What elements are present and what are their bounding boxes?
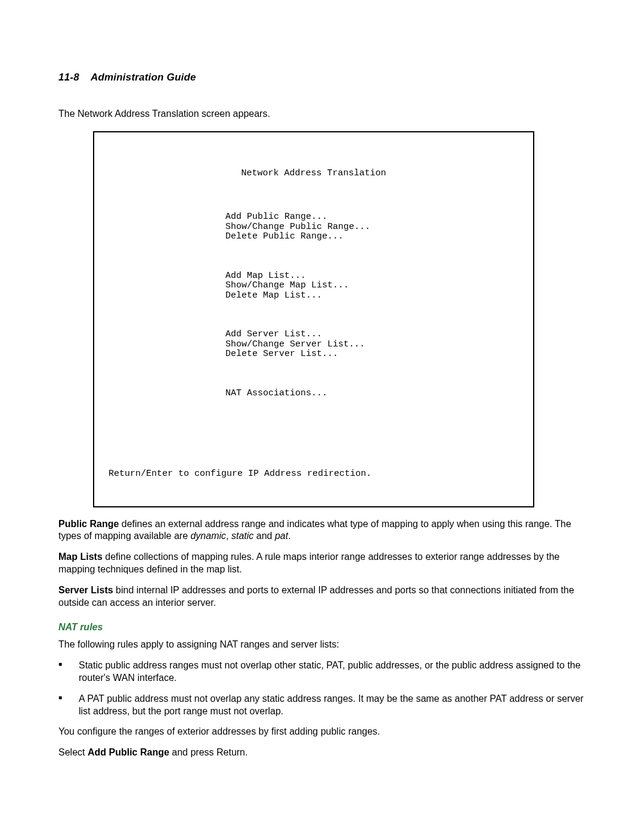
- menu-group-nat-assoc: NAT Associations...: [225, 389, 521, 399]
- doc-title: Administration Guide: [91, 72, 196, 83]
- menu-group-server-list: Add Server List... Show/Change Server Li…: [225, 330, 521, 360]
- page-number: 11-8: [58, 72, 79, 83]
- screen-title: Network Address Translation: [106, 169, 521, 179]
- pr-end: .: [288, 531, 290, 541]
- select-post: and press Return.: [169, 747, 248, 757]
- text-pr-1: defines an external address range and in…: [58, 519, 571, 541]
- intro-text: The Network Address Translation screen a…: [58, 107, 587, 120]
- nat-rules-heading: NAT rules: [58, 622, 587, 633]
- sep1: ,: [226, 531, 231, 541]
- italic-static: static: [231, 531, 253, 541]
- lead-server-lists: Server Lists: [58, 585, 113, 595]
- config-line: You configure the ranges of exterior add…: [58, 726, 587, 738]
- text-server-lists: bind internal IP addresses and ports to …: [58, 585, 574, 608]
- italic-pat: pat: [275, 531, 288, 541]
- text-map-lists: define collections of mapping rules. A r…: [58, 552, 559, 574]
- para-public-range: Public Range defines an external address…: [58, 518, 587, 543]
- menu-group-public-range: Add Public Range... Show/Change Public R…: [225, 212, 521, 242]
- page-header: 11-8 Administration Guide: [58, 72, 587, 83]
- sep2: and: [253, 531, 275, 541]
- page-container: 11-8 Administration Guide The Network Ad…: [0, 0, 644, 833]
- terminal-screen: Network Address Translation Add Public R…: [93, 131, 534, 507]
- select-bold: Add Public Range: [88, 747, 169, 757]
- select-line: Select Add Public Range and press Return…: [58, 747, 587, 759]
- nat-rules-intro: The following rules apply to assigning N…: [58, 639, 587, 651]
- select-pre: Select: [58, 747, 88, 757]
- menu-group-map-list: Add Map List... Show/Change Map List... …: [225, 271, 521, 301]
- list-item: A PAT public address must not overlap an…: [58, 693, 587, 718]
- italic-dynamic: dynamic: [190, 531, 226, 541]
- nat-rules-list: Static public address ranges must not ov…: [58, 659, 587, 717]
- lead-map-lists: Map Lists: [58, 552, 103, 562]
- screen-footer: Return/Enter to configure IP Address red…: [109, 469, 521, 479]
- para-server-lists: Server Lists bind internal IP addresses …: [58, 584, 587, 609]
- list-item: Static public address ranges must not ov…: [58, 659, 587, 685]
- para-map-lists: Map Lists define collections of mapping …: [58, 551, 587, 576]
- lead-public-range: Public Range: [58, 519, 119, 529]
